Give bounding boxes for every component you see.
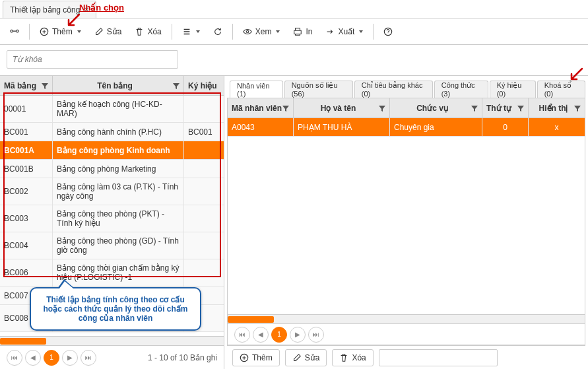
header-order-label: Thứ tự [486,104,511,113]
tab-1[interactable]: Nguồn số liệu (56) [284,81,353,98]
separator [172,24,172,40]
table-row[interactable]: BC006Bảng công thời gian chấm bằng ký hi… [0,259,224,286]
cell-code: BC004 [0,232,53,259]
cell-name: PHẠM THU HÀ [294,118,390,136]
chevron-down-icon [276,30,280,33]
table-row[interactable]: BC003Bảng công theo phòng (PKT) - Tính k… [0,205,224,232]
filter-icon[interactable] [173,83,180,89]
left-grid-header: Mã bảng Tên bảng Ký hiệu [0,76,224,96]
right-grid-header: Mã nhân viên Họ và tên Chức vụ Thứ tự Hi… [228,98,585,118]
pager-page-button[interactable]: 1 [44,350,59,366]
tab-2[interactable]: Chỉ tiêu bảng khác (0) [354,81,433,98]
cell-emp_code: A0043 [228,118,294,136]
binoculars-button[interactable] [4,22,25,42]
bottom-delete-button[interactable]: Xóa [332,349,373,366]
pager-last-button[interactable]: ⏭ [81,350,96,366]
filter-icon[interactable] [517,105,524,112]
refresh-button[interactable] [207,22,228,42]
chevron-down-icon [359,30,363,33]
search-row [0,45,588,76]
scrollbar-thumb[interactable] [228,316,274,323]
edit-button[interactable]: Sửa [88,22,128,42]
header-position[interactable]: Chức vụ [390,98,482,117]
table-row[interactable]: A0043PHẠM THU HÀChuyên gia0x [228,118,585,137]
edit-label: Sửa [107,27,122,36]
cell-code: BC001B [0,160,53,178]
cell-symbol [184,205,224,232]
pager-first-button[interactable]: ⏮ [234,327,250,343]
cell-code: BC006 [0,259,53,286]
speech-text: Thiết lập bảng tính công theo cơ cấu hoặ… [43,295,187,323]
pager-next-button[interactable]: ▶ [290,327,306,343]
cell-symbol [184,232,224,259]
cell-name: Bảng kế hoạch công (HC-KD-MAR) [53,96,184,122]
pager-summary: 1 - 10 of 10 Bản ghi [148,353,217,362]
pager-prev-button[interactable]: ◀ [25,350,41,366]
annotation-arrow-1 [66,13,82,29]
cell-symbol [184,259,224,286]
print-button[interactable]: In [287,22,318,42]
header-code[interactable]: Mã bảng [0,76,53,95]
eye-icon [243,27,252,36]
view-button[interactable]: Xem [237,22,286,42]
cell-code: BC003 [0,205,53,232]
filter-icon[interactable] [379,105,385,112]
filter-icon[interactable] [574,105,581,112]
table-row[interactable]: BC001ABảng công phòng Kinh doanh [0,141,224,160]
pager-first-button[interactable]: ⏮ [7,350,22,366]
header-name[interactable]: Tên bảng [53,76,184,95]
separator [373,24,374,40]
list-button[interactable] [176,22,206,42]
cell-position: Chuyên gia [390,118,482,136]
pager-last-button[interactable]: ⏭ [308,327,324,343]
bottom-edit-button[interactable]: Sửa [285,349,327,366]
right-panel: Nhân viên (1)Nguồn số liệu (56)Chỉ tiêu … [224,76,588,369]
cell-symbol [184,96,224,122]
filter-icon[interactable] [42,83,48,89]
cell-code: 00001 [0,96,53,122]
bottom-search-input[interactable] [379,349,498,366]
delete-button[interactable]: Xóa [129,22,167,42]
help-button[interactable] [377,22,399,42]
right-grid-body[interactable]: A0043PHẠM THU HÀChuyên gia0x [228,118,585,314]
scrollbar-thumb[interactable] [0,338,46,345]
header-emp-code-label: Mã nhân viên [232,104,282,113]
table-row[interactable]: BC001Bảng công hành chính (P.HC)BC001 [0,123,224,141]
tab-4[interactable]: Ký hiệu (0) [490,81,536,98]
export-button[interactable]: Xuất [319,22,369,42]
table-row[interactable]: BC001BBảng công phòng Marketing [0,160,224,178]
cell-name: Bảng công phòng Kinh doanh [53,141,184,159]
header-name-label: Tên bảng [97,81,133,90]
tab-0[interactable]: Nhân viên (1) [230,81,283,98]
bottom-add-button[interactable]: Thêm [232,349,280,366]
header-display[interactable]: Hiển thị [529,98,585,117]
left-horizontal-scrollbar[interactable] [0,336,224,345]
pager-next-button[interactable]: ▶ [62,350,78,366]
cell-name: Bảng công phòng Marketing [53,160,184,178]
pager-page-button[interactable]: 1 [271,327,287,343]
table-row[interactable]: BC004Bảng công theo phòng (GD) - Tính gi… [0,232,224,259]
header-order[interactable]: Thứ tự [482,98,529,117]
right-horizontal-scrollbar[interactable] [228,314,585,323]
header-code-label: Mã bảng [4,81,36,90]
filter-icon[interactable] [471,105,478,112]
cell-order: 0 [482,118,529,136]
header-emp-code[interactable]: Mã nhân viên [228,98,294,117]
header-emp-name[interactable]: Họ và tên [294,98,390,117]
right-bottom-toolbar: Thêm Sửa Xóa [227,345,585,369]
cell-code: BC001 [0,123,53,141]
filter-icon[interactable] [282,105,289,112]
table-row[interactable]: 00001Bảng kế hoạch công (HC-KD-MAR) [0,96,224,123]
bottom-add-label: Thêm [252,353,273,362]
export-label: Xuất [338,27,354,36]
refresh-icon [213,27,222,36]
pager-prev-button[interactable]: ◀ [253,327,269,343]
tab-3[interactable]: Công thức (3) [434,81,488,98]
plus-circle-icon [240,353,249,362]
help-icon [383,27,393,36]
header-symbol[interactable]: Ký hiệu [184,76,224,95]
header-display-label: Hiển thị [539,104,568,113]
search-input[interactable] [7,50,178,69]
table-row[interactable]: BC002Bảng công làm 03 ca (P.TK) - Tính n… [0,178,224,205]
right-pager: ⏮ ◀ 1 ▶ ⏭ [228,323,585,345]
